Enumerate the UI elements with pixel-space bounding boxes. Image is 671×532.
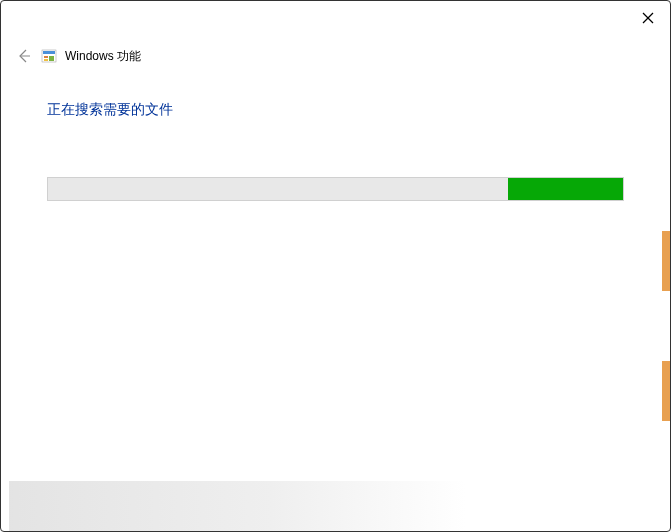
background-hint xyxy=(662,231,670,431)
status-text: 正在搜索需要的文件 xyxy=(47,101,624,119)
svg-rect-7 xyxy=(44,59,48,61)
back-button[interactable] xyxy=(15,47,33,65)
back-arrow-icon xyxy=(16,48,32,64)
footer-area xyxy=(9,481,662,531)
titlebar xyxy=(1,1,670,31)
progress-fill xyxy=(508,178,623,200)
close-button[interactable] xyxy=(638,9,658,29)
content-area: 正在搜索需要的文件 xyxy=(1,73,670,201)
windows-features-icon xyxy=(41,48,57,64)
svg-rect-4 xyxy=(43,51,55,54)
window-title: Windows 功能 xyxy=(65,48,141,65)
svg-rect-6 xyxy=(49,56,54,61)
svg-rect-5 xyxy=(44,56,48,58)
close-icon xyxy=(642,11,654,27)
progress-bar xyxy=(47,177,624,201)
header: Windows 功能 xyxy=(1,31,670,73)
